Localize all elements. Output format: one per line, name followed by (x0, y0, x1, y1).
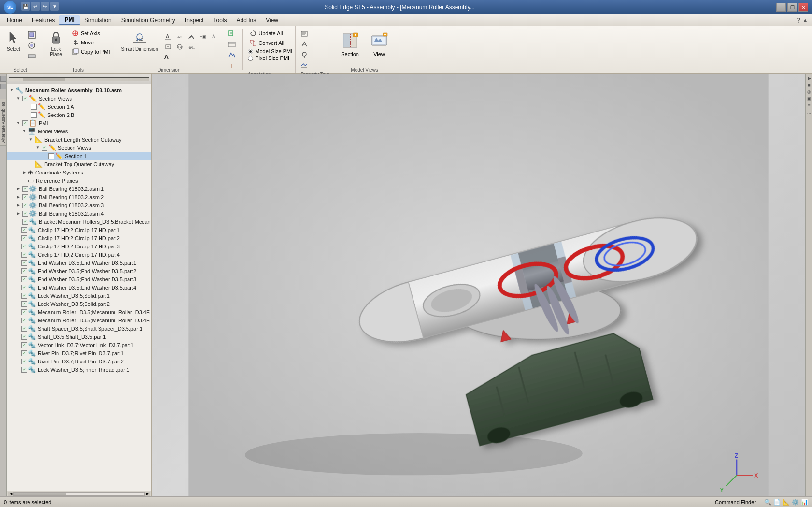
tree-item-section1-nested[interactable]: ▶ ✏️ Section 1 (7, 152, 151, 160)
menu-simulation-geometry[interactable]: Simulation Geometry (116, 16, 180, 25)
s1a-checkbox[interactable] (31, 104, 37, 110)
tree-item-bb4[interactable]: ▶ ✓ ⚙️ Ball Bearing 61803.2.asm:4 (7, 209, 151, 217)
restore-button[interactable]: ❐ (787, 3, 797, 12)
tree-item-lwd3[interactable]: ✓ 🔩 Lock Washer_D3.5;Inner Thread .par:1 (7, 365, 151, 374)
help-button[interactable]: ? (797, 16, 800, 24)
bb4-checkbox[interactable]: ✓ (22, 211, 28, 217)
annotation-btn-2[interactable] (226, 40, 238, 49)
tree-item-circlip1[interactable]: ✓ 🔩 Circlip 17 HD;2;Circlip 17 HD.par:1 (7, 226, 151, 234)
dim-small-2[interactable]: A↕ (174, 32, 185, 41)
bb1-checkbox[interactable]: ✓ (22, 186, 28, 192)
menu-addins[interactable]: Add Ins (232, 16, 261, 25)
ew4-checkbox[interactable]: ✓ (21, 285, 27, 290)
tree-item-circlip2[interactable]: ✓ 🔩 Circlip 17 HD;2;Circlip 17 HD.par:2 (7, 234, 151, 242)
minimize-button[interactable]: — (776, 3, 786, 12)
bb4-expand[interactable]: ▶ (15, 211, 21, 217)
ew2-checkbox[interactable]: ✓ (21, 268, 27, 274)
ss-checkbox[interactable]: ✓ (21, 326, 27, 332)
section-button[interactable]: Section (337, 30, 363, 59)
tree-item-ew4[interactable]: ✓ 🔩 End Washer D3.5;End Washer D3.5.par:… (7, 283, 151, 291)
s2b-checkbox[interactable] (31, 112, 37, 118)
tree-item-bb1[interactable]: ▶ ✓ ⚙️ Ball Bearing 61803.2.asm:1 (7, 185, 151, 193)
set-axis-button[interactable]: Set Axis (70, 29, 112, 38)
right-strip-icon-6[interactable]: … (806, 109, 812, 115)
s1n-checkbox[interactable] (48, 153, 54, 159)
status-command-finder[interactable]: Command Finder (715, 499, 756, 505)
pixel-size-pmi-radio[interactable]: Pixel Size PMI (248, 55, 292, 61)
alternate-assemblies-tab[interactable]: Alternate Assemblies (0, 99, 7, 146)
status-icon-4[interactable]: ⚙️ (792, 499, 799, 506)
tree-view[interactable]: ▼ 🔧 Mecanum Roller Assembly_D3.10.asm ▼ … (7, 84, 151, 491)
bb3-expand[interactable]: ▶ (15, 203, 21, 208)
right-strip-icon-1[interactable]: ▶ (806, 75, 812, 81)
ribbon-small-btn-2[interactable] (26, 41, 38, 50)
dropdown-button[interactable]: ▼ (50, 2, 59, 11)
tree-item-mr2[interactable]: ✓ 🔩 Mecanum Roller_D3.5;Mecanum_Roller_D… (7, 316, 151, 324)
annotation-btn-3[interactable] (226, 50, 238, 60)
tree-item-shaft[interactable]: ✓ 🔩 Shaft_D3.5;Shaft_D3.5.par:1 (7, 333, 151, 341)
scroll-right-arrow[interactable]: ▶ (144, 492, 150, 496)
dim-small-7[interactable]: GD (174, 43, 185, 51)
annotation-btn-1[interactable] (226, 29, 238, 39)
save-button[interactable]: 💾 (21, 2, 30, 11)
menu-tools[interactable]: Tools (209, 16, 232, 25)
tree-item-ew2[interactable]: ✓ 🔩 End Washer D3.5;End Washer D3.5.par:… (7, 267, 151, 275)
update-all-button[interactable]: Update All (248, 29, 292, 38)
dim-small-5[interactable]: A (209, 32, 220, 41)
model-size-pmi-radio[interactable]: Model Size PMI (248, 48, 292, 54)
status-icon-1[interactable]: 🔍 (764, 499, 771, 506)
annotation-btn-4[interactable] (226, 61, 238, 71)
prop-text-btn-4[interactable] (299, 61, 310, 71)
smart-dimension-button[interactable]: ⌀12 Smart Dimension (118, 28, 161, 54)
bb3-checkbox[interactable]: ✓ (22, 203, 28, 208)
copy-to-pmi-button[interactable]: Copy to PMI (70, 47, 112, 56)
redo-button[interactable]: ↪ (41, 2, 49, 11)
select-button[interactable]: Select (3, 28, 24, 54)
sv-top-checkbox[interactable]: ✓ (22, 96, 28, 101)
bb2-expand[interactable]: ▶ (15, 194, 21, 200)
ribbon-small-btn-1[interactable] (26, 30, 38, 40)
undo-button[interactable]: ↩ (31, 2, 40, 11)
tree-item-circlip3[interactable]: ✓ 🔩 Circlip 17 HD;2;Circlip 17 HD.par:3 (7, 242, 151, 250)
ew3-checkbox[interactable]: ✓ (21, 276, 27, 282)
lock-plane-button[interactable]: LockPlane (44, 28, 68, 59)
dim-small-3[interactable]: A (186, 32, 197, 41)
expand-ribbon[interactable]: ▲ (802, 17, 808, 24)
status-icon-2[interactable]: 📄 (773, 499, 781, 506)
cc1-checkbox[interactable]: ✓ (21, 227, 27, 233)
left-panel-icon-1[interactable] (0, 76, 6, 82)
mv-expand[interactable]: ▼ (21, 129, 27, 134)
ribbon-small-btn-3[interactable] (26, 51, 38, 61)
dim-small-8[interactable]: ⊕□ (186, 43, 197, 51)
tree-item-ew3[interactable]: ✓ 🔩 End Washer D3.5;End Washer D3.5.par:… (7, 275, 151, 283)
dim-small-4[interactable]: ±▣ (198, 32, 208, 41)
view-button[interactable]: View (367, 30, 392, 59)
sv-top-expand[interactable]: ▼ (15, 96, 21, 101)
right-strip-icon-3[interactable]: ◎ (806, 89, 812, 95)
scroll-thumb[interactable] (14, 493, 66, 495)
svn-checkbox[interactable]: ✓ (42, 145, 47, 151)
viewport[interactable]: X Z Y (152, 74, 805, 496)
tree-item-section-views-nested[interactable]: ▼ ✓ ✏️ Section Views (7, 144, 151, 152)
bb2-checkbox[interactable]: ✓ (22, 194, 28, 200)
tree-item-pmi[interactable]: ▼ ✓ 📋 PMI (7, 119, 151, 127)
menu-view[interactable]: View (261, 16, 283, 25)
tree-item-bb2[interactable]: ▶ ✓ ⚙️ Ball Bearing 61803.2.asm:2 (7, 193, 151, 201)
cc3-checkbox[interactable]: ✓ (21, 244, 27, 249)
left-panel-icon-2[interactable] (0, 84, 6, 89)
menu-home[interactable]: Home (2, 16, 27, 25)
right-strip-icon-2[interactable]: ■ (806, 82, 812, 88)
tree-horizontal-scrollbar[interactable]: ◀ ▶ (7, 491, 151, 496)
tree-item-lw2[interactable]: ✓ 🔩 Lock Washer_D3.5;Solid.par:2 (7, 300, 151, 308)
bl-expand[interactable]: ▼ (28, 137, 34, 143)
bb1-expand[interactable]: ▶ (15, 186, 21, 192)
tree-root[interactable]: ▼ 🔧 Mecanum Roller Assembly_D3.10.asm (7, 86, 151, 94)
right-strip-icon-4[interactable]: ▣ (806, 96, 812, 101)
prop-text-btn-3[interactable] (299, 50, 310, 60)
menu-simulation[interactable]: Simulation (80, 16, 116, 25)
tree-item-section-views-top[interactable]: ▼ ✓ ✏️ Section Views (7, 94, 151, 102)
tree-item-ss[interactable]: ✓ 🔩 Shaft Spacer_D3.5;Shaft Spacer_D3.5.… (7, 324, 151, 333)
cs-expand[interactable]: ▶ (21, 170, 27, 175)
tree-item-bracket-length[interactable]: ▼ 📐 Bracket Length Section Cutaway (7, 135, 151, 144)
status-icon-5[interactable]: 📊 (801, 499, 808, 506)
